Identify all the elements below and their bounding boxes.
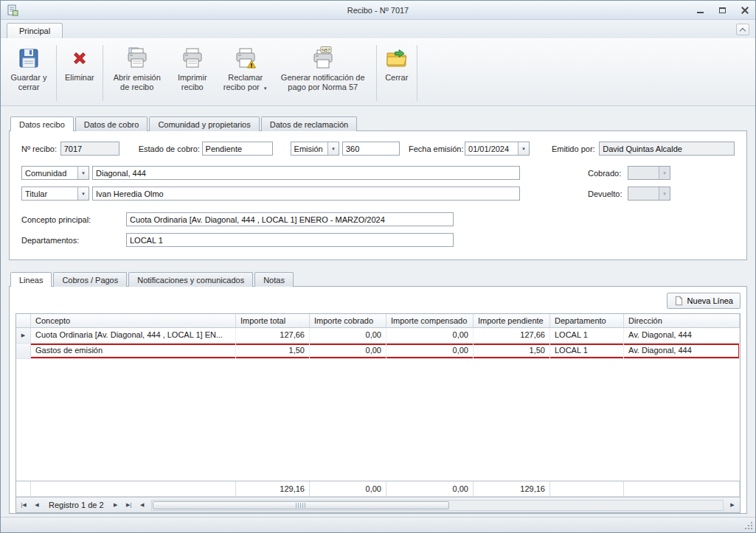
record-count-text: Registro 1 de 2 [44,501,108,509]
total-importe-total: 129,16 [236,481,310,496]
chevron-down-icon[interactable]: ▼ [518,142,529,155]
tab-notificaciones-comunicados[interactable]: Notificaciones y comunicados [128,272,253,287]
resize-grip-icon[interactable] [744,521,753,530]
column-header-importe-compensado[interactable]: Importe compensado [386,314,474,327]
totals-concepto-cell [31,481,236,496]
estado-cobro-input[interactable] [202,142,273,156]
scrollbar-grip-icon [296,503,306,508]
open-receipt-issue-icon [125,46,149,71]
emision-numero-input[interactable] [342,142,400,156]
app-window: Recibo - Nº 7017 Principal Guardar y cer… [0,0,756,533]
content-area: Datos recibo Datos de cobro Comunidad y … [1,106,755,517]
button-label: Abrir emisión de recibo [111,73,163,92]
comunidad-input[interactable] [92,166,520,180]
close-folder-icon [385,46,409,71]
chevron-up-icon [740,27,746,33]
num-recibo-input[interactable] [60,142,119,156]
column-header-direccion[interactable]: Dirección [624,314,740,327]
eliminar-button[interactable]: Eliminar [60,43,99,103]
chevron-down-icon[interactable]: ▼ [659,187,670,200]
lineas-panel: Nueva Línea Concepto Importe total Impor… [9,286,747,514]
nueva-linea-button[interactable]: Nueva Línea [667,293,741,309]
grid-header-row: Concepto Importe total Importe cobrado I… [16,314,740,328]
chevron-down-icon[interactable]: ▼ [77,167,89,179]
scrollbar-thumb[interactable] [153,501,450,509]
current-row-indicator: ▶ [16,328,31,343]
collapse-ribbon-button[interactable] [736,24,749,35]
imprimir-recibo-button[interactable]: Imprimir recibo [167,43,218,103]
scroll-left-button[interactable]: ◀ [136,499,148,512]
tab-cobros-pagos[interactable]: Cobros / Pagos [53,272,127,287]
lines-grid: Concepto Importe total Importe cobrado I… [15,313,741,513]
horizontal-scrollbar[interactable] [151,500,724,511]
table-row[interactable]: ▶ Cuota Ordinaria [Av. Diagonal, 444 , L… [16,328,740,344]
window-title: Recibo - Nº 7017 [1,6,755,15]
fecha-emision-picker[interactable]: 01/01/2024 ▼ [465,142,530,156]
tab-lineas[interactable]: Lineas [10,272,52,287]
delete-icon [69,46,91,71]
datos-recibo-panel: Nº recibo: Estado de cobro: Emisión ▼ Fe… [9,130,747,260]
close-button[interactable] [739,5,749,15]
chevron-down-icon[interactable]: ▼ [77,187,89,200]
column-header-importe-pendiente[interactable]: Importe pendiente [474,314,550,327]
cerrar-button[interactable]: Cerrar [381,43,413,103]
cell-concepto: Cuota Ordinaria [Av. Diagonal, 444 , LOC… [31,328,236,343]
cell-departamento: LOCAL 1 [550,344,624,358]
comunidad-type-selector[interactable]: Comunidad ▼ [21,166,89,180]
titular-type-selector[interactable]: Titular ▼ [21,187,89,201]
tab-notas[interactable]: Notas [254,272,294,287]
nueva-linea-label: Nueva Línea [687,296,733,305]
first-record-button[interactable]: |◀ [18,499,30,512]
tab-datos-recibo[interactable]: Datos recibo [10,116,74,131]
cell-importe-compensado: 0,00 [386,328,474,343]
column-header-importe-total[interactable]: Importe total [236,314,310,327]
button-label: Generar notificación de pago por Norma 5… [278,73,368,92]
button-label: Imprimir recibo [172,73,213,92]
chevron-down-icon[interactable]: ▼ [327,142,339,155]
column-header-departamento[interactable]: Departamento [550,314,624,327]
cobrado-picker[interactable]: ▼ [628,166,670,180]
next-record-button[interactable]: ▶ [110,499,122,512]
titlebar[interactable]: Recibo - Nº 7017 [1,1,755,20]
emision-selector[interactable]: Emisión ▼ [291,142,339,156]
maximize-button[interactable] [717,5,727,15]
departamentos-input[interactable] [126,233,454,247]
abrir-emision-button[interactable]: Abrir emisión de recibo [107,43,167,103]
scroll-right-button[interactable]: ▶ [726,499,738,512]
generar-norma57-button[interactable]: N57 Generar notificación de pago por Nor… [274,43,372,103]
cell-departamento: LOCAL 1 [550,328,624,343]
tab-datos-de-reclamacion[interactable]: Datos de reclamación [261,116,357,131]
tab-comunidad-y-propietarios[interactable]: Comunidad y propietarios [149,116,259,131]
cell-direccion: Av. Diagonal, 444 [624,344,740,358]
save-icon [17,46,41,71]
table-row-selected[interactable]: Gastos de emisión 1,50 0,00 0,00 1,50 LO… [16,344,740,359]
chevron-down-icon[interactable]: ▼ [659,167,670,179]
column-header-concepto[interactable]: Concepto [31,314,236,327]
column-header-importe-cobrado[interactable]: Importe cobrado [310,314,386,327]
emitido-por-input[interactable] [599,142,735,156]
cell-importe-pendiente: 1,50 [474,344,550,358]
tab-datos-de-cobro[interactable]: Datos de cobro [75,116,148,131]
toolbar-separator [376,45,377,101]
cell-importe-compensado: 0,00 [386,344,474,358]
close-icon [741,7,748,14]
cell-importe-cobrado: 0,00 [310,328,386,343]
totals-selector-cell [16,481,31,496]
reclamar-recibo-button[interactable]: Reclamar recibo por ▼ [218,43,274,103]
chevron-down-icon: ▼ [263,86,268,91]
cell-importe-cobrado: 0,00 [310,344,386,358]
guardar-y-cerrar-button[interactable]: Guardar y cerrar [5,43,52,103]
ribbon-tab-principal[interactable]: Principal [7,23,63,38]
prev-record-button[interactable]: ◀ [31,499,43,512]
titular-input[interactable] [92,187,520,201]
lines-block: Lineas Cobros / Pagos Notificaciones y c… [9,272,747,514]
devuelto-picker[interactable]: ▼ [628,187,670,201]
row-selector [16,344,31,358]
total-importe-compensado: 0,00 [386,481,474,496]
last-record-button[interactable]: ▶| [123,499,135,512]
minimize-button[interactable] [695,5,705,15]
estado-cobro-label: Estado de cobro: [139,144,202,153]
concepto-principal-input[interactable] [126,212,454,226]
button-label: Guardar y cerrar [10,73,48,92]
printer-warning-icon [234,46,257,71]
